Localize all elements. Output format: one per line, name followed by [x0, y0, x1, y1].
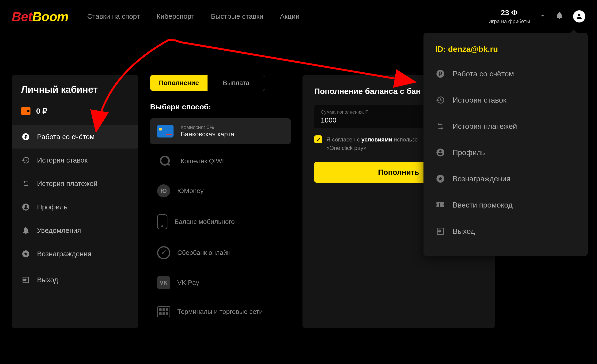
dropdown-item-label: Выход — [453, 227, 475, 236]
star-icon — [435, 174, 446, 184]
sidebar-item-label: Работа со счётом — [37, 133, 94, 141]
yoomoney-icon: Ю — [157, 184, 170, 197]
dropdown-item-profile[interactable]: Профиль — [424, 139, 588, 166]
tabs: Пополнение Выплата — [150, 75, 265, 91]
sidebar-item-bet-history[interactable]: История ставок — [12, 149, 138, 172]
method-name: Банковская карта — [181, 130, 234, 138]
sidebar-item-account[interactable]: ₽ Работа со счётом — [12, 125, 138, 149]
wallet-amount: 0 ₽ — [36, 106, 47, 115]
balance-subtext: Игра на фрибеты — [488, 18, 530, 25]
method-name: Кошелёк QIWI — [181, 157, 224, 165]
sber-icon — [157, 246, 170, 259]
dropdown-user-id: ID: denza@bk.ru — [424, 45, 588, 61]
method-name: VK Pay — [177, 279, 199, 287]
balance-block[interactable]: 23 Ф Игра на фрибеты — [488, 8, 530, 25]
logo-bet: Bet — [12, 9, 32, 24]
sidebar-item-notifications[interactable]: Уведомления — [12, 219, 138, 242]
tab-withdraw[interactable]: Выплата — [207, 75, 265, 91]
transfer-icon — [21, 179, 31, 188]
sidebar-item-label: История платежей — [37, 180, 98, 188]
dropdown-item-logout[interactable]: Выход — [424, 218, 588, 244]
history-icon — [21, 156, 31, 165]
wallet-icon — [21, 107, 31, 115]
dropdown-item-bet-history[interactable]: История ставок — [424, 87, 588, 113]
notifications-icon[interactable] — [555, 11, 564, 22]
nav-esports[interactable]: Киберспорт — [157, 12, 194, 20]
nav-promo[interactable]: Акции — [280, 12, 299, 20]
method-card[interactable]: Комиссия: 0% Банковская карта — [150, 118, 291, 144]
dropdown-item-rewards[interactable]: Вознаграждения — [424, 166, 588, 192]
header-right: 23 Ф Игра на фрибеты — [488, 8, 585, 25]
chevron-down-icon[interactable] — [539, 12, 546, 21]
mobile-icon — [157, 214, 167, 229]
dropdown-item-label: Ввести промокод — [453, 201, 513, 209]
dropdown-item-label: Работа со счётом — [453, 69, 514, 78]
avatar-icon[interactable] — [573, 10, 585, 23]
balance-amount: 23 Ф — [488, 8, 530, 17]
vk-icon: VK — [157, 276, 170, 289]
deposit-methods-column: Пополнение Выплата Выбери способ: Комисс… — [150, 75, 291, 328]
nav-sports[interactable]: Ставки на спорт — [87, 12, 140, 20]
dropdown-item-account[interactable]: ₽ Работа со счётом — [424, 61, 588, 87]
ruble-icon: ₽ — [21, 132, 31, 142]
transfer-icon — [435, 121, 446, 131]
dropdown-item-label: История ставок — [453, 96, 506, 105]
person-icon — [435, 147, 446, 158]
sidebar-item-label: Вознаграждения — [37, 250, 91, 258]
logout-icon — [435, 226, 446, 236]
consent-checkbox[interactable] — [314, 135, 322, 143]
nav-fast-bets[interactable]: Быстрые ставки — [211, 12, 263, 20]
qiwi-icon — [157, 155, 173, 167]
sidebar-item-label: Выход — [37, 276, 58, 284]
method-commission: Комиссия: 0% — [181, 124, 234, 130]
method-mobile[interactable]: Баланс мобильного — [150, 208, 291, 235]
sidebar-title: Личный кабинет — [12, 84, 138, 102]
method-vkpay[interactable]: VK VK Pay — [150, 270, 291, 295]
sidebar: Личный кабинет 0 ₽ ₽ Работа со счётом Ис… — [12, 75, 138, 328]
method-sber[interactable]: Сбербанк онлайн — [150, 240, 291, 265]
card-icon — [157, 125, 173, 137]
main-nav: Ставки на спорт Киберспорт Быстрые ставк… — [87, 12, 299, 20]
svg-text:₽: ₽ — [24, 134, 28, 140]
tab-deposit[interactable]: Пополнение — [150, 75, 207, 91]
bell-icon — [21, 226, 31, 235]
dropdown-item-label: Вознаграждения — [453, 174, 511, 183]
method-name: Баланс мобильного — [174, 218, 235, 226]
dropdown-item-promocode[interactable]: Ввести промокод — [424, 192, 588, 218]
sidebar-item-label: Профиль — [37, 203, 68, 211]
choose-method-label: Выбери способ: — [150, 103, 291, 111]
wallet-row[interactable]: 0 ₽ — [12, 102, 138, 125]
svg-text:₽: ₽ — [439, 71, 442, 77]
dropdown-item-label: История платежей — [453, 122, 517, 131]
method-name: Терминалы и торговые сети — [177, 308, 263, 316]
method-name: ЮMoney — [177, 187, 204, 195]
sidebar-item-profile[interactable]: Профиль — [12, 195, 138, 219]
logo[interactable]: BetBoom — [12, 9, 69, 24]
sidebar-item-rewards[interactable]: Вознаграждения — [12, 242, 138, 266]
method-qiwi[interactable]: Кошелёк QIWI — [150, 149, 291, 174]
dropdown-item-payment-history[interactable]: История платежей — [424, 113, 588, 139]
method-terminal[interactable]: Терминалы и торговые сети — [150, 300, 291, 324]
ruble-icon: ₽ — [435, 69, 446, 79]
dropdown-item-label: Профиль — [453, 148, 485, 157]
consent-terms-link[interactable]: условиями — [361, 136, 392, 143]
person-icon — [21, 202, 31, 212]
history-icon — [435, 95, 446, 105]
method-name: Сбербанк онлайн — [177, 249, 231, 257]
sidebar-item-label: История ставок — [37, 156, 87, 164]
logo-boom: Boom — [32, 9, 69, 24]
profile-dropdown: ID: denza@bk.ru ₽ Работа со счётом Истор… — [424, 33, 588, 256]
star-icon — [21, 249, 31, 258]
logout-icon — [21, 275, 31, 285]
terminal-icon — [157, 306, 170, 317]
consent-text: Я согласен с условиями использо «One cli… — [326, 135, 418, 152]
header: BetBoom Ставки на спорт Киберспорт Быстр… — [0, 0, 597, 33]
method-yoomoney[interactable]: Ю ЮMoney — [150, 178, 291, 204]
sidebar-item-logout[interactable]: Выход — [12, 268, 138, 292]
sidebar-item-label: Уведомления — [37, 227, 81, 235]
ticket-icon — [435, 200, 446, 210]
sidebar-item-payment-history[interactable]: История платежей — [12, 172, 138, 195]
